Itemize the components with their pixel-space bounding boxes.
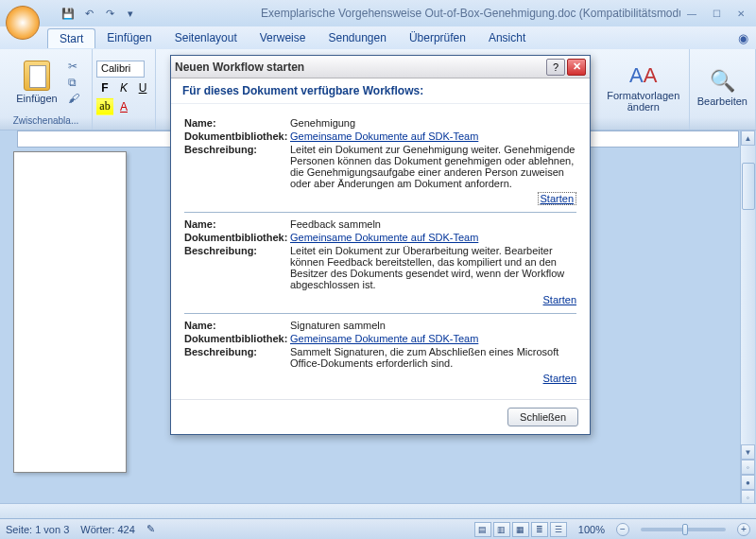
view-print-layout[interactable]: ▤ [474, 522, 491, 537]
tab-view[interactable]: Ansicht [477, 28, 537, 47]
tab-insert[interactable]: Einfügen [95, 28, 163, 47]
view-full-screen[interactable]: ▥ [493, 522, 510, 537]
dialog-close-button[interactable]: ✕ [567, 59, 586, 76]
paste-label: Einfügen [16, 93, 57, 104]
proofing-icon[interactable]: ✎ [146, 523, 155, 535]
minimize-button[interactable]: — [680, 6, 703, 21]
workflow-name: Genehmigung [290, 117, 576, 129]
font-name-select[interactable]: Calibri [96, 61, 145, 78]
document-page[interactable] [13, 151, 127, 473]
font-color-button[interactable]: A [115, 98, 132, 115]
workflow-item: Name:Feedback sammeln Dokumentbibliothek… [184, 212, 576, 313]
bold-button[interactable]: F [96, 79, 113, 96]
vertical-scrollbar[interactable]: ▲ ▼ ◦ ● ◦ [740, 130, 755, 505]
library-link[interactable]: Gemeinsame Dokumente auf SDK-Team [290, 333, 478, 344]
copy-icon[interactable]: ⧉ [68, 76, 79, 89]
underline-button[interactable]: U [134, 79, 151, 96]
status-words[interactable]: Wörter: 424 [80, 524, 134, 535]
label-library: Dokumentbibliothek: [184, 232, 290, 243]
redo-icon[interactable]: ↷ [102, 6, 117, 21]
zoom-out-button[interactable]: − [616, 523, 629, 536]
dialog-titlebar[interactable]: Neuen Workflow starten ? ✕ [171, 56, 590, 78]
zoom-in-button[interactable]: + [737, 523, 750, 536]
find-icon: 🔍 [710, 69, 735, 94]
dialog-help-button[interactable]: ? [546, 59, 565, 76]
view-draft[interactable]: ☰ [550, 522, 567, 537]
close-button[interactable]: Schließen [507, 408, 578, 426]
label-description: Beschreibung: [184, 346, 290, 369]
label-name: Name: [184, 320, 290, 331]
tab-start[interactable]: Start [47, 28, 95, 48]
horizontal-scrollbar[interactable] [0, 503, 756, 518]
styles-label: Formatvorlagen ändern [606, 90, 681, 113]
label-name: Name: [184, 117, 290, 129]
start-workflow-link[interactable]: Starten [538, 192, 576, 205]
prev-page-button[interactable]: ◦ [741, 460, 755, 475]
help-icon[interactable]: ◉ [738, 31, 748, 45]
close-window-button[interactable]: ✕ [730, 6, 752, 21]
change-styles-button[interactable]: AA Formatvorlagen ändern [602, 61, 685, 114]
status-page[interactable]: Seite: 1 von 3 [6, 524, 69, 535]
label-name: Name: [184, 218, 290, 230]
zoom-slider[interactable] [641, 528, 726, 531]
maximize-button[interactable]: ☐ [705, 6, 728, 21]
scroll-down-button[interactable]: ▼ [741, 444, 755, 460]
workflow-description: Leitet ein Dokument zur Genehmigung weit… [290, 144, 576, 189]
save-icon[interactable]: 💾 [60, 6, 76, 21]
tab-pagelayout[interactable]: Seitenlayout [163, 28, 249, 47]
library-link[interactable]: Gemeinsame Dokumente auf SDK-Team [290, 232, 478, 243]
qat-dropdown-icon[interactable]: ▾ [123, 6, 138, 21]
tab-references[interactable]: Verweise [249, 28, 318, 47]
zoom-level[interactable]: 100% [578, 524, 605, 535]
editing-button[interactable]: 🔍 Bearbeiten [694, 67, 751, 109]
label-library: Dokumentbibliothek: [184, 130, 290, 142]
label-library: Dokumentbibliothek: [184, 333, 290, 344]
view-web-layout[interactable]: ▦ [512, 522, 529, 537]
paste-button[interactable]: Einfügen [12, 59, 60, 106]
font-group-label [96, 124, 151, 128]
workflow-name: Feedback sammeln [290, 218, 576, 230]
status-bar: Seite: 1 von 3 Wörter: 424 ✎ ▤ ▥ ▦ ≣ ☰ 1… [0, 518, 756, 539]
ribbon-group-font: Calibri F K U ab A [93, 49, 156, 130]
tab-mailings[interactable]: Sendungen [317, 28, 397, 47]
undo-icon[interactable]: ↶ [81, 6, 96, 21]
start-workflow-link[interactable]: Starten [543, 373, 576, 384]
editing-label: Bearbeiten [697, 96, 747, 107]
window-controls: — ☐ ✕ [680, 6, 752, 21]
scroll-up-button[interactable]: ▲ [741, 130, 755, 146]
zoom-slider-thumb[interactable] [682, 524, 688, 535]
dialog-footer: Schließen [171, 399, 590, 434]
tab-review[interactable]: Überprüfen [398, 28, 477, 47]
paste-icon [24, 61, 50, 91]
scroll-thumb[interactable] [742, 163, 755, 210]
office-button[interactable] [6, 6, 40, 40]
view-outline[interactable]: ≣ [531, 522, 548, 537]
styles-icon: AA [629, 63, 657, 88]
document-title: Exemplarische Vorgehensweise Out-of-Box-… [261, 7, 680, 20]
format-painter-icon[interactable]: 🖌 [68, 92, 79, 105]
library-link[interactable]: Gemeinsame Dokumente auf SDK-Team [290, 130, 478, 142]
label-description: Beschreibung: [184, 144, 290, 189]
workflow-name: Signaturen sammeln [290, 320, 576, 331]
workflow-description: Leitet ein Dokument zur Überarbeitung we… [290, 245, 576, 290]
highlight-button[interactable]: ab [96, 98, 113, 115]
workflow-item: Name:Signaturen sammeln Dokumentbiblioth… [184, 313, 576, 391]
label-description: Beschreibung: [184, 245, 290, 290]
dialog-header: Für dieses Dokument verfügbare Workflows… [171, 78, 590, 104]
workflow-description: Sammelt Signaturen, die zum Abschließen … [290, 346, 576, 369]
view-buttons: ▤ ▥ ▦ ≣ ☰ [474, 522, 567, 537]
ribbon-tabs: Start Einfügen Seitenlayout Verweise Sen… [0, 26, 756, 49]
select-browse-button[interactable]: ● [741, 475, 755, 490]
dialog-title: Neuen Workflow starten [175, 61, 304, 74]
italic-button[interactable]: K [115, 79, 132, 96]
workflow-item: Name:Genehmigung Dokumentbibliothek:Geme… [184, 112, 576, 212]
cut-icon[interactable]: ✂ [68, 60, 79, 73]
clipboard-group-label: Zwischenabla... [4, 113, 88, 128]
ribbon-group-styles: AA Formatvorlagen ändern [598, 49, 690, 130]
workflow-dialog: Neuen Workflow starten ? ✕ Für dieses Do… [170, 55, 591, 435]
start-workflow-link[interactable]: Starten [543, 294, 576, 305]
title-bar: 💾 ↶ ↷ ▾ Exemplarische Vorgehensweise Out… [0, 0, 756, 26]
ribbon-group-editing: 🔍 Bearbeiten [690, 49, 756, 130]
dialog-body: Name:Genehmigung Dokumentbibliothek:Geme… [171, 104, 590, 399]
ribbon-group-clipboard: Einfügen ✂ ⧉ 🖌 Zwischenabla... [0, 49, 93, 130]
